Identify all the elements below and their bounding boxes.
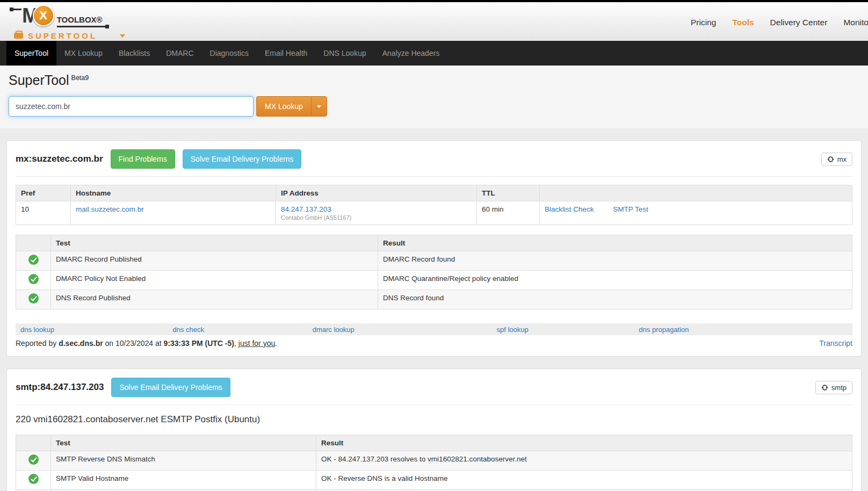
col-header-ip: IP Address [276,185,477,201]
col-header-pref: Pref [16,185,71,201]
divider [16,405,852,405]
test-result: DMARC Quarantine/Reject policy enabled [378,271,852,290]
test-name: DMARC Policy Not Enabled [51,271,378,290]
test-name: DMARC Record Published [51,251,378,271]
smtp-test-link[interactable]: SMTP Test [613,205,648,213]
test-row: DNS Record Published DNS Record found [16,290,852,309]
mx-record-row: 10 mail.suzzetec.com.br 84.247.137.203 C… [16,201,852,225]
test-row: DMARC Record Published DMARC Record foun… [16,251,852,271]
refresh-smtp-label: smtp [831,384,847,392]
dns-lookup-link[interactable]: dns lookup [20,326,54,334]
refresh-smtp-button[interactable]: smtp [815,381,852,394]
tool-tab-bar: SuperTool MX Lookup Blacklists DMARC Dia… [0,41,868,66]
find-problems-button[interactable]: Find Problems [111,149,175,169]
col-header-ttl: TTL [477,185,540,201]
mxtoolbox-logo[interactable]: M X TOOLBOX® SUPERTOOL [12,4,125,40]
tab-mx-lookup[interactable]: MX Lookup [56,41,111,66]
nav-monitoring[interactable]: Monitoring [843,18,868,27]
page-title: SuperTool [9,73,69,88]
hero-section: SuperToolBeta9 MX Lookup [0,66,868,128]
mx-tests-table: Test Result DMARC Record Published DMARC… [16,235,852,309]
test-result: DMARC Record found [378,251,852,271]
nav-tools[interactable]: Tools [732,18,754,27]
logo-x-circle-icon: X [33,5,54,26]
dns-check-link[interactable]: dns check [173,326,205,334]
reporting-server: d.sec.dns.br [59,339,103,348]
check-icon [28,255,39,265]
spf-lookup-link[interactable]: spf lookup [496,326,528,334]
tab-dmarc[interactable]: DMARC [158,41,201,66]
test-result: DNS Record found [378,290,852,309]
solve-email-delivery-button[interactable]: Solve Email Delivery Problems [183,149,301,169]
nav-delivery-center[interactable]: Delivery Center [770,18,828,27]
supertool-dropdown-caret-icon[interactable] [120,34,125,38]
beta-badge: Beta9 [71,74,89,82]
ttl-value: 60 min [477,201,540,225]
col-header-actions [540,185,852,201]
blacklist-check-link[interactable]: Blacklist Check [545,205,594,213]
col-header-result: Result [378,235,852,251]
col-header-hostname: Hostname [71,185,276,201]
test-name: SMTP Reverse DNS Mismatch [51,451,316,471]
header-nav: Pricing Tools Delivery Center Monitoring [691,18,868,27]
mx-result-panel: mx:suzzetec.com.br Find Problems Solve E… [6,140,862,357]
refresh-icon [827,156,834,163]
logo-product-label: SUPERTOOL [28,31,97,40]
toolbox-icon [14,33,23,39]
mx-lookup-button[interactable]: MX Lookup [256,96,311,117]
test-name: DNS Record Published [51,290,378,309]
domain-search-input[interactable] [9,96,254,117]
logo-underline [57,26,107,27]
transcript-link[interactable]: Transcript [819,339,852,348]
reported-by-row: Reported by d.sec.dns.br on 10/23/2024 a… [16,339,852,348]
smtp-tests-table: Test Result SMTP Reverse DNS Mismatch OK… [16,435,852,491]
tab-analyze-headers[interactable]: Analyze Headers [374,41,448,66]
solve-email-delivery-button[interactable]: Solve Email Delivery Problems [111,378,230,397]
divider [16,176,852,177]
logo-toolbox-label: TOOLBOX® [57,15,103,24]
refresh-mx-button[interactable]: mx [821,153,852,166]
test-result: OK - Reverse DNS is a valid Hostname [316,471,852,490]
lookup-type-dropdown[interactable] [311,96,327,117]
test-row: DMARC Policy Not Enabled DMARC Quarantin… [16,271,852,290]
site-header: M X TOOLBOX® SUPERTOOL Pricing Tools Del… [0,2,868,41]
tab-supertool[interactable]: SuperTool [6,41,56,66]
col-header-result: Result [316,435,852,451]
dmarc-lookup-link[interactable]: dmarc lookup [313,326,355,334]
report-timestamp: 9:33:33 PM (UTC -5) [164,339,234,348]
asn-label: Contabo GmbH (AS51167) [281,214,472,221]
nav-pricing[interactable]: Pricing [691,18,716,27]
smtp-result-panel: smtp:84.247.137.203 Solve Email Delivery… [6,369,862,491]
dns-propagation-link[interactable]: dns propagation [639,326,689,334]
check-icon [28,293,39,304]
col-header-test: Test [51,435,316,451]
chevron-down-icon [317,105,321,108]
check-icon [28,274,39,284]
tab-dns-lookup[interactable]: DNS Lookup [315,41,374,66]
logo-antenna-icon [12,9,21,10]
smtp-banner-text: 220 vmi1602821.contaboserver.net ESMTP P… [16,414,852,425]
pref-value: 10 [16,201,71,225]
test-result: OK - 84.247.137.203 resolves to vmi16028… [316,451,852,471]
refresh-mx-label: mx [837,155,847,163]
test-row: SMTP Valid Hostname OK - Reverse DNS is … [16,471,852,490]
mx-records-table: Pref Hostname IP Address TTL 10 mail.suz… [16,185,852,225]
col-header-status [16,235,51,251]
related-lookups-bar: dns lookup dns check dmarc lookup spf lo… [16,323,852,335]
check-icon [28,454,39,465]
tab-blacklists[interactable]: Blacklists [111,41,158,66]
ip-address-link[interactable]: 84.247.137.203 [281,205,331,213]
test-row: SMTP Reverse DNS Mismatch OK - 84.247.13… [16,451,852,471]
tab-email-health[interactable]: Email Health [257,41,315,66]
logo-toolbox-text: TOOLBOX® [57,15,103,24]
hostname-link[interactable]: mail.suzzetec.com.br [76,205,144,213]
just-for-you-link[interactable]: just for you [238,339,275,348]
reported-by-text: Reported by d.sec.dns.br on 10/23/2024 a… [16,339,277,348]
check-icon [28,474,39,484]
tab-diagnostics[interactable]: Diagnostics [202,41,257,66]
test-name: SMTP Valid Hostname [51,471,316,490]
col-header-status [16,435,51,451]
refresh-icon [821,384,828,391]
mx-panel-title: mx:suzzetec.com.br [16,154,103,164]
col-header-test: Test [51,235,378,251]
